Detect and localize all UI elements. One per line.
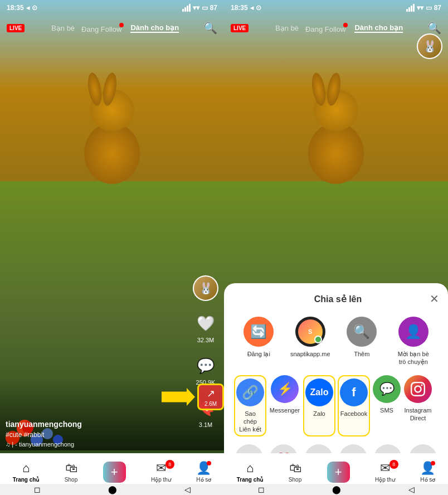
- share-button-highlighted[interactable]: ↗ 2.6M: [197, 384, 224, 410]
- messenger-label: Messenger: [270, 406, 300, 414]
- signal-bars: [182, 4, 191, 12]
- messenger-icon: ⚡: [271, 375, 299, 403]
- plus-button-right[interactable]: +: [327, 462, 350, 483]
- nav-profile-right[interactable]: 👤 Hồ sơ: [420, 461, 435, 483]
- share-item-messenger[interactable]: ⚡ Messenger: [269, 375, 301, 437]
- share-count: 2.6M: [204, 401, 217, 407]
- comment-button[interactable]: 💬 250.9K: [193, 353, 218, 386]
- nav-inbox[interactable]: ✉ 8 Hộp thư: [151, 461, 171, 483]
- shop-icon-right: 🛍: [289, 461, 301, 475]
- creator-avatar-right[interactable]: 🐰: [417, 33, 442, 59]
- status-right-right: ▾▾ ▭ 87: [406, 4, 441, 12]
- username[interactable]: tianyuanmengchong: [6, 420, 185, 429]
- share-item-copy-link[interactable]: 🔗 Sao chép Liên kết: [234, 375, 266, 437]
- close-button[interactable]: ✕: [430, 292, 439, 305]
- instagram-icon: [404, 375, 432, 403]
- invite-label: Mời bạn bè trò chuyện: [394, 350, 433, 366]
- bookmark-count: 3.1M: [199, 421, 212, 428]
- sms-icon: 💬: [373, 375, 401, 403]
- plus-button[interactable]: +: [103, 462, 126, 483]
- facebook-icon: f: [340, 378, 368, 406]
- zalo-icon: Zalo: [305, 378, 333, 406]
- share-item-snaptik[interactable]: S snaptikapp.me: [291, 317, 330, 366]
- nav-tabs: Bạn bè Đang Follow Dành cho bạn: [51, 23, 179, 33]
- share-row-2: 🔗 Sao chép Liên kết ⚡ Messenger Zalo Zal…: [233, 375, 439, 437]
- tab-friends[interactable]: Bạn bè: [51, 24, 75, 32]
- nav-shop-right[interactable]: 🛍 Shop: [289, 461, 301, 483]
- repost-label: Đăng lại: [247, 350, 270, 358]
- nav-inbox-right[interactable]: ✉ 8 Hộp thư: [375, 461, 395, 483]
- alarm-icon: ⊙: [32, 4, 37, 12]
- live-badge[interactable]: LIVE: [7, 24, 25, 32]
- profile-label: Hồ sơ: [196, 477, 211, 483]
- home-btn[interactable]: ⬤: [108, 485, 117, 494]
- share-item-zalo[interactable]: Zalo Zalo: [303, 375, 335, 437]
- nav-add[interactable]: +: [103, 462, 126, 483]
- system-nav-right: ◻ ⬤ ◁: [224, 484, 448, 495]
- share-item-repost[interactable]: 🔄 Đăng lại: [239, 317, 278, 366]
- home-label: Trang chủ: [13, 477, 40, 483]
- hashtags[interactable]: #cute #rabbit: [6, 431, 185, 439]
- nav-add-right[interactable]: +: [327, 462, 350, 483]
- top-nav: LIVE Bạn bè Đang Follow Dành cho bạn 🔍: [0, 16, 224, 40]
- share-icon: ↗: [207, 387, 215, 400]
- signal-bars-right: [406, 4, 415, 12]
- time: 18:35: [7, 4, 24, 12]
- search-icon-right[interactable]: 🔍: [427, 21, 441, 35]
- share-title: Chia sẻ lên: [246, 294, 430, 304]
- arrow-container: ↗ 2.6M: [111, 384, 224, 410]
- nav-home-right[interactable]: ⌂ Trang chủ: [237, 461, 264, 483]
- recent-btn[interactable]: ◁: [184, 485, 191, 494]
- shop-icon: 🛍: [65, 461, 77, 475]
- tab-for-you-right[interactable]: Dành cho bạn: [354, 23, 403, 33]
- snaptik-label: snaptikapp.me: [290, 350, 330, 358]
- like-button[interactable]: 🤍 32.3M: [193, 311, 218, 343]
- share-item-sms[interactable]: 💬 SMS: [372, 375, 401, 437]
- inbox-label: Hộp thư: [151, 477, 171, 483]
- sms-label: SMS: [380, 406, 393, 414]
- shop-label: Shop: [65, 477, 77, 483]
- right-screen: 18:35 ◂ ⊙ ▾▾ ▭ 87 LIVE Bạn bè Đang Follo…: [224, 0, 448, 495]
- share-header: Chia sẻ lên ✕: [233, 292, 439, 305]
- wifi-icon: ▾▾: [193, 4, 199, 12]
- tab-for-you[interactable]: Dành cho bạn: [130, 23, 179, 33]
- search-icon[interactable]: 🔍: [203, 21, 217, 35]
- invite-icon: 👤: [398, 317, 428, 347]
- inbox-icon: ✉: [156, 461, 166, 475]
- tab-following: Đang Follow: [81, 23, 124, 33]
- share-item-instagram[interactable]: Instagram Direct: [403, 375, 432, 437]
- nav-shop[interactable]: 🛍 Shop: [65, 461, 77, 483]
- back-btn[interactable]: ◻: [34, 485, 41, 494]
- inbox-icon-right: ✉: [380, 461, 390, 475]
- home-btn-right[interactable]: ⬤: [332, 485, 341, 494]
- tab-friends-right[interactable]: Bạn bè: [275, 24, 299, 32]
- zalo-label: Zalo: [313, 410, 325, 418]
- recent-btn-right[interactable]: ◁: [408, 485, 415, 494]
- following-dot: [119, 23, 124, 27]
- creator-avatar[interactable]: 🐰: [193, 275, 218, 301]
- battery-level-right: 87: [434, 4, 441, 12]
- back-btn-right[interactable]: ◻: [258, 485, 265, 494]
- following-dot-right: [343, 23, 348, 27]
- plus-icon: +: [111, 465, 118, 479]
- left-screen: 18:35 ◂ ⊙ ▾▾ ▭ 87 LIVE Bạn bè Đang Follo…: [0, 0, 224, 495]
- top-nav-right: LIVE Bạn bè Đang Follow Dành cho bạn 🔍: [224, 16, 448, 40]
- share-item-invite[interactable]: 👤 Mời bạn bè trò chuyện: [394, 317, 433, 366]
- online-dot: [314, 336, 322, 343]
- copy-link-label: Sao chép Liên kết: [237, 410, 263, 434]
- nav-profile[interactable]: 👤 Hồ sơ: [196, 461, 211, 483]
- status-bar: 18:35 ◂ ⊙ ▾▾ ▭ 87: [0, 0, 224, 16]
- live-badge-right[interactable]: LIVE: [231, 24, 249, 32]
- share-item-more[interactable]: 🔍 Thêm: [342, 317, 381, 366]
- nav-home[interactable]: ⌂ Trang chủ: [13, 461, 40, 483]
- repost-icon: 🔄: [244, 317, 274, 347]
- location-icon-right: ◂: [250, 4, 254, 12]
- heart-icon: 🤍: [193, 311, 218, 336]
- yellow-arrow: [162, 388, 195, 406]
- system-nav: ◻ ⬤ ◁: [0, 484, 224, 495]
- copy-link-icon: 🔗: [236, 378, 264, 406]
- home-icon-right: ⌂: [246, 461, 254, 475]
- home-icon: ⌂: [22, 461, 30, 475]
- share-item-facebook[interactable]: f Facebook: [338, 375, 370, 437]
- inbox-badge: 8: [165, 460, 174, 469]
